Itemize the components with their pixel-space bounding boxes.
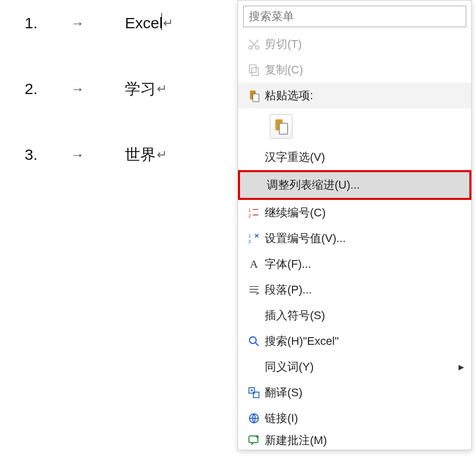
tab-arrow-icon: → bbox=[71, 147, 125, 163]
menu-cut: 剪切(T) bbox=[238, 31, 471, 57]
copy-icon bbox=[243, 63, 265, 77]
paste-keep-source-button[interactable] bbox=[270, 114, 292, 139]
paragraph-mark-icon: ↵ bbox=[157, 82, 167, 96]
list-line-3[interactable]: 3. → 世界↵ bbox=[25, 142, 236, 168]
paste-icon bbox=[243, 89, 265, 102]
document-area[interactable]: 1. → Excel↵ 2. → 学习↵ 3. → 世界↵ bbox=[0, 0, 236, 208]
list-number: 1. bbox=[25, 14, 71, 32]
tab-arrow-icon: → bbox=[71, 15, 125, 31]
svg-point-12 bbox=[249, 337, 256, 343]
link-icon bbox=[243, 412, 265, 425]
paragraph-mark-icon: ↵ bbox=[163, 16, 173, 30]
menu-new-comment[interactable]: 新建批注(M) bbox=[238, 431, 471, 450]
svg-text:1: 1 bbox=[248, 233, 251, 238]
menu-search[interactable]: 搜索(H)"Excel" bbox=[238, 328, 471, 354]
menu-label: 粘贴选项: bbox=[265, 88, 471, 103]
svg-point-0 bbox=[249, 46, 252, 49]
context-menu: 剪切(T) 复制(C) 粘贴选项: 汉字重选(V) 调整列表缩进(U)... 1… bbox=[237, 0, 472, 450]
list-number: 3. bbox=[25, 146, 71, 163]
list-line-1[interactable]: 1. → Excel↵ bbox=[25, 10, 236, 36]
menu-search-input[interactable] bbox=[243, 6, 466, 27]
svg-text:2: 2 bbox=[248, 239, 251, 244]
list-text[interactable]: 学习 bbox=[125, 79, 156, 100]
svg-point-1 bbox=[255, 46, 259, 49]
list-text[interactable]: Excel bbox=[125, 14, 162, 32]
menu-paragraph[interactable]: 段落(P)... bbox=[238, 277, 471, 303]
svg-rect-3 bbox=[249, 65, 256, 72]
menu-label: 汉字重选(V) bbox=[265, 150, 471, 165]
menu-label: 翻译(S) bbox=[265, 385, 471, 400]
translate-icon bbox=[243, 386, 265, 399]
menu-label: 调整列表缩进(U)... bbox=[267, 177, 469, 193]
search-icon bbox=[243, 335, 265, 348]
menu-translate[interactable]: 翻译(S) bbox=[238, 380, 471, 405]
paragraph-icon bbox=[243, 283, 265, 297]
menu-label: 继续编号(C) bbox=[265, 205, 471, 220]
menu-label: 新建批注(M) bbox=[265, 433, 471, 448]
text-cursor bbox=[161, 13, 162, 30]
svg-rect-5 bbox=[253, 94, 259, 102]
svg-rect-7 bbox=[279, 123, 287, 134]
menu-label: 复制(C) bbox=[265, 62, 471, 78]
menu-continue-numbering[interactable]: 12 继续编号(C) bbox=[238, 200, 471, 226]
tab-arrow-icon: → bbox=[71, 81, 125, 97]
paste-options-row bbox=[238, 108, 471, 144]
list-text[interactable]: 世界 bbox=[125, 144, 156, 165]
menu-label: 链接(I) bbox=[265, 411, 471, 426]
menu-synonyms[interactable]: 同义词(Y) ▶ bbox=[238, 354, 471, 380]
menu-label: 插入符号(S) bbox=[265, 308, 471, 323]
menu-label: 搜索(H)"Excel" bbox=[265, 334, 471, 349]
cut-icon bbox=[243, 38, 265, 51]
svg-text:1: 1 bbox=[248, 208, 251, 213]
menu-paste-header: 粘贴选项: bbox=[238, 83, 471, 108]
menu-reconvert[interactable]: 汉字重选(V) bbox=[238, 144, 471, 170]
svg-rect-2 bbox=[252, 68, 259, 76]
menu-insert-symbol[interactable]: 插入符号(S) bbox=[238, 303, 471, 328]
menu-adjust-list-indent[interactable]: 调整列表缩进(U)... bbox=[238, 170, 471, 200]
menu-font[interactable]: A 字体(F)... bbox=[238, 251, 471, 277]
svg-text:2: 2 bbox=[248, 213, 251, 218]
list-line-2[interactable]: 2. → 学习↵ bbox=[25, 76, 236, 102]
menu-copy: 复制(C) bbox=[238, 57, 471, 83]
menu-label: 剪切(T) bbox=[265, 36, 471, 52]
comment-icon bbox=[243, 434, 265, 447]
list-number: 2. bbox=[25, 80, 71, 98]
menu-link[interactable]: 链接(I) bbox=[238, 405, 471, 431]
font-icon: A bbox=[243, 257, 265, 271]
submenu-arrow-icon: ▶ bbox=[459, 363, 471, 371]
menu-label: 段落(P)... bbox=[265, 282, 471, 298]
menu-label: 同义词(Y) bbox=[265, 359, 459, 375]
menu-set-number-value[interactable]: 12 设置编号值(V)... bbox=[238, 226, 471, 251]
paragraph-mark-icon: ↵ bbox=[157, 147, 167, 162]
menu-label: 字体(F)... bbox=[265, 256, 471, 272]
set-number-icon: 12 bbox=[243, 232, 265, 245]
menu-label: 设置编号值(V)... bbox=[265, 231, 471, 246]
search-wrap bbox=[238, 1, 471, 31]
continue-number-icon: 12 bbox=[243, 206, 265, 219]
